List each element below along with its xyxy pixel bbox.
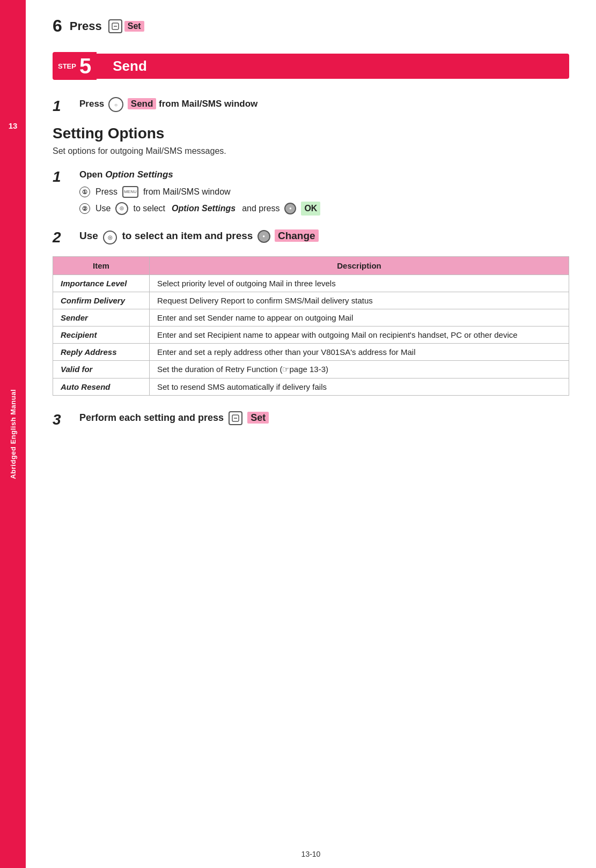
change-label: Change xyxy=(275,229,319,242)
setting-step2-number: 2 xyxy=(53,228,74,247)
sub2-mid: to select xyxy=(133,202,165,215)
table-cell-item: Valid for xyxy=(53,360,150,378)
step3-text: Perform each setting and press xyxy=(79,412,224,423)
setting-options-heading: Setting Options xyxy=(53,125,569,142)
setting-step2-content: Use ◎ to select an item and press ● Chan… xyxy=(79,228,569,244)
change-button-icon: ● xyxy=(257,230,270,243)
table-cell-desc: Select priority level of outgoing Mail i… xyxy=(150,275,569,292)
page-number-badge: 13 xyxy=(0,118,26,133)
open-label: Open xyxy=(79,169,102,180)
send-label: Send xyxy=(128,98,157,109)
table-cell-item: Sender xyxy=(53,309,150,326)
use-label: Use xyxy=(79,230,98,241)
step6-number: 6 xyxy=(53,16,62,36)
table-cell-item: Confirm Delivery xyxy=(53,292,150,309)
setting-step1-content: Open Option Settings ① Press MENU from M… xyxy=(79,168,569,219)
table-row: Reply AddressEnter and set a reply addre… xyxy=(53,343,569,360)
main-content: 6 Press Set STEP 5 Send 1 Press ○ Send f… xyxy=(26,0,596,470)
table-row: Auto ResendSet to resend SMS automatical… xyxy=(53,378,569,395)
setting-step3: 3 Perform each setting and press Set xyxy=(53,411,569,429)
nav-icon-step2: ◎ xyxy=(103,231,117,244)
send-button-circle-icon: ○ xyxy=(108,97,123,112)
ok-button-filled-icon: ● xyxy=(284,203,296,214)
step2-mid: to select an item and press xyxy=(122,230,253,241)
sub2-use: Use xyxy=(95,202,111,215)
step3-set-label: Set xyxy=(247,412,269,424)
step5-instr1-number: 1 xyxy=(53,97,74,115)
setting-step1: 1 Open Option Settings ① Press MENU from… xyxy=(53,168,569,219)
set-button-icon xyxy=(108,19,122,33)
step6-set-label: Set xyxy=(124,21,144,32)
option-settings-label: Option Settings xyxy=(105,169,173,180)
setting-substep2: ② Use ◎ to select Option Settings and pr… xyxy=(79,202,569,216)
table-cell-desc: Enter and set a reply address other than… xyxy=(150,343,569,360)
setting-step3-content: Perform each setting and press Set xyxy=(79,411,569,425)
sub1-suffix: from Mail/SMS window xyxy=(143,186,231,198)
sub2-italic: Option Settings xyxy=(172,202,236,215)
table-cell-desc: Enter and set Sender name to appear on o… xyxy=(150,309,569,326)
step5-instruction1: 1 Press ○ Send from Mail/SMS window xyxy=(53,97,569,115)
sub1-press: Press xyxy=(95,186,117,198)
page-footer: 13-10 xyxy=(26,850,596,858)
step5-banner: STEP 5 Send xyxy=(53,52,569,80)
table-cell-item: Reply Address xyxy=(53,343,150,360)
step-prefix: STEP xyxy=(58,62,76,70)
table-cell-item: Auto Resend xyxy=(53,378,150,395)
setting-step3-number: 3 xyxy=(53,411,74,429)
table-row: Valid forSet the duration of Retry Funct… xyxy=(53,360,569,378)
from-mail-sms: from Mail/SMS window xyxy=(159,99,257,109)
sub2-and: and press xyxy=(242,202,279,215)
sidebar-label: Abridged English Manual xyxy=(9,389,17,479)
table-cell-desc: Request Delivery Report to confirm SMS/M… xyxy=(150,292,569,309)
setting-options-subtext: Set options for outgoing Mail/SMS messag… xyxy=(53,146,569,156)
table-cell-item: Recipient xyxy=(53,326,150,343)
setting-step2: 2 Use ◎ to select an item and press ● Ch… xyxy=(53,228,569,247)
setting-substep1: ① Press MENU from Mail/SMS window xyxy=(79,186,569,198)
options-table: Item Description Importance LevelSelect … xyxy=(53,256,569,396)
sub-circle-2: ② xyxy=(79,203,90,214)
nav-icon: ◎ xyxy=(115,202,128,215)
table-cell-desc: Enter and set Recipient name to appear w… xyxy=(150,326,569,343)
table-cell-desc: Set the duration of Retry Function (☞pag… xyxy=(150,360,569,378)
step5-instr1-content: Press ○ Send from Mail/SMS window xyxy=(79,97,569,112)
table-cell-desc: Set to resend SMS automatically if deliv… xyxy=(150,378,569,395)
table-row: Importance LevelSelect priority level of… xyxy=(53,275,569,292)
table-header-item: Item xyxy=(53,256,150,275)
step6-label: Press xyxy=(70,19,102,33)
table-row: SenderEnter and set Sender name to appea… xyxy=(53,309,569,326)
step5-badge: STEP 5 xyxy=(53,52,97,80)
table-row: Confirm DeliveryRequest Delivery Report … xyxy=(53,292,569,309)
options-table-body: Importance LevelSelect priority level of… xyxy=(53,275,569,395)
table-header-description: Description xyxy=(150,256,569,275)
menu-button-icon: MENU xyxy=(122,186,138,198)
step5-number: 5 xyxy=(79,55,91,77)
page-number: 13-10 xyxy=(301,850,321,858)
sub-circle-1: ① xyxy=(79,187,90,197)
table-row: RecipientEnter and set Recipient name to… xyxy=(53,326,569,343)
ok-label: OK xyxy=(301,202,320,216)
step6-header: 6 Press Set xyxy=(53,16,569,36)
press-label: Press xyxy=(79,99,104,109)
step3-set-icon xyxy=(229,411,242,425)
setting-step1-number: 1 xyxy=(53,168,74,186)
table-cell-item: Importance Level xyxy=(53,275,150,292)
step5-title: Send xyxy=(97,54,569,79)
